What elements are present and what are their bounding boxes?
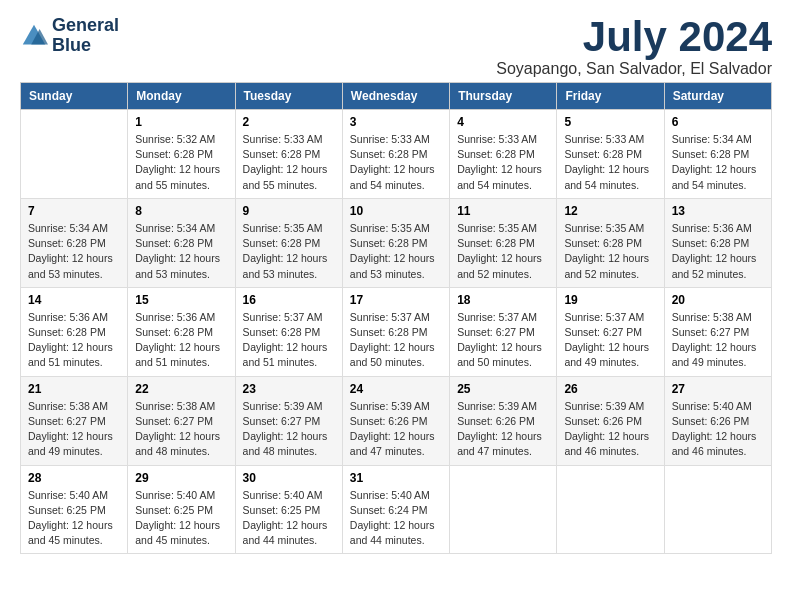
logo-icon bbox=[20, 22, 48, 50]
day-number: 23 bbox=[243, 382, 335, 396]
day-detail: Sunrise: 5:35 AM Sunset: 6:28 PM Dayligh… bbox=[457, 221, 549, 282]
day-detail: Sunrise: 5:33 AM Sunset: 6:28 PM Dayligh… bbox=[564, 132, 656, 193]
calendar-day-cell: 2Sunrise: 5:33 AM Sunset: 6:28 PM Daylig… bbox=[235, 110, 342, 199]
page-container: General Blue July 2024 Soyapango, San Sa… bbox=[0, 0, 792, 570]
calendar-day-cell: 9Sunrise: 5:35 AM Sunset: 6:28 PM Daylig… bbox=[235, 198, 342, 287]
day-number: 24 bbox=[350, 382, 442, 396]
day-number: 28 bbox=[28, 471, 120, 485]
day-detail: Sunrise: 5:39 AM Sunset: 6:27 PM Dayligh… bbox=[243, 399, 335, 460]
day-number: 4 bbox=[457, 115, 549, 129]
calendar-body: 1Sunrise: 5:32 AM Sunset: 6:28 PM Daylig… bbox=[21, 110, 772, 554]
calendar-day-cell: 3Sunrise: 5:33 AM Sunset: 6:28 PM Daylig… bbox=[342, 110, 449, 199]
day-detail: Sunrise: 5:37 AM Sunset: 6:27 PM Dayligh… bbox=[564, 310, 656, 371]
calendar-header-row: SundayMondayTuesdayWednesdayThursdayFrid… bbox=[21, 83, 772, 110]
day-detail: Sunrise: 5:33 AM Sunset: 6:28 PM Dayligh… bbox=[350, 132, 442, 193]
day-detail: Sunrise: 5:40 AM Sunset: 6:24 PM Dayligh… bbox=[350, 488, 442, 549]
weekday-header: Monday bbox=[128, 83, 235, 110]
day-detail: Sunrise: 5:33 AM Sunset: 6:28 PM Dayligh… bbox=[243, 132, 335, 193]
day-detail: Sunrise: 5:38 AM Sunset: 6:27 PM Dayligh… bbox=[135, 399, 227, 460]
day-detail: Sunrise: 5:40 AM Sunset: 6:25 PM Dayligh… bbox=[28, 488, 120, 549]
day-number: 9 bbox=[243, 204, 335, 218]
weekday-header: Saturday bbox=[664, 83, 771, 110]
day-number: 12 bbox=[564, 204, 656, 218]
day-number: 18 bbox=[457, 293, 549, 307]
day-detail: Sunrise: 5:36 AM Sunset: 6:28 PM Dayligh… bbox=[672, 221, 764, 282]
calendar-day-cell: 20Sunrise: 5:38 AM Sunset: 6:27 PM Dayli… bbox=[664, 287, 771, 376]
day-number: 19 bbox=[564, 293, 656, 307]
day-detail: Sunrise: 5:34 AM Sunset: 6:28 PM Dayligh… bbox=[135, 221, 227, 282]
day-detail: Sunrise: 5:35 AM Sunset: 6:28 PM Dayligh… bbox=[350, 221, 442, 282]
calendar-day-cell: 7Sunrise: 5:34 AM Sunset: 6:28 PM Daylig… bbox=[21, 198, 128, 287]
weekday-header: Friday bbox=[557, 83, 664, 110]
day-number: 13 bbox=[672, 204, 764, 218]
calendar-day-cell: 29Sunrise: 5:40 AM Sunset: 6:25 PM Dayli… bbox=[128, 465, 235, 554]
calendar-day-cell: 11Sunrise: 5:35 AM Sunset: 6:28 PM Dayli… bbox=[450, 198, 557, 287]
day-detail: Sunrise: 5:39 AM Sunset: 6:26 PM Dayligh… bbox=[564, 399, 656, 460]
calendar-day-cell: 25Sunrise: 5:39 AM Sunset: 6:26 PM Dayli… bbox=[450, 376, 557, 465]
day-number: 30 bbox=[243, 471, 335, 485]
calendar-day-cell: 4Sunrise: 5:33 AM Sunset: 6:28 PM Daylig… bbox=[450, 110, 557, 199]
calendar-day-cell: 5Sunrise: 5:33 AM Sunset: 6:28 PM Daylig… bbox=[557, 110, 664, 199]
calendar-day-cell bbox=[21, 110, 128, 199]
day-number: 5 bbox=[564, 115, 656, 129]
calendar-day-cell: 14Sunrise: 5:36 AM Sunset: 6:28 PM Dayli… bbox=[21, 287, 128, 376]
day-number: 29 bbox=[135, 471, 227, 485]
day-detail: Sunrise: 5:35 AM Sunset: 6:28 PM Dayligh… bbox=[243, 221, 335, 282]
day-detail: Sunrise: 5:36 AM Sunset: 6:28 PM Dayligh… bbox=[28, 310, 120, 371]
calendar-day-cell: 28Sunrise: 5:40 AM Sunset: 6:25 PM Dayli… bbox=[21, 465, 128, 554]
day-detail: Sunrise: 5:39 AM Sunset: 6:26 PM Dayligh… bbox=[350, 399, 442, 460]
calendar-day-cell bbox=[664, 465, 771, 554]
day-detail: Sunrise: 5:40 AM Sunset: 6:25 PM Dayligh… bbox=[243, 488, 335, 549]
calendar-day-cell: 15Sunrise: 5:36 AM Sunset: 6:28 PM Dayli… bbox=[128, 287, 235, 376]
calendar-day-cell bbox=[450, 465, 557, 554]
day-number: 17 bbox=[350, 293, 442, 307]
calendar-day-cell: 31Sunrise: 5:40 AM Sunset: 6:24 PM Dayli… bbox=[342, 465, 449, 554]
calendar-day-cell: 26Sunrise: 5:39 AM Sunset: 6:26 PM Dayli… bbox=[557, 376, 664, 465]
day-detail: Sunrise: 5:37 AM Sunset: 6:27 PM Dayligh… bbox=[457, 310, 549, 371]
day-number: 21 bbox=[28, 382, 120, 396]
calendar-week-row: 1Sunrise: 5:32 AM Sunset: 6:28 PM Daylig… bbox=[21, 110, 772, 199]
calendar-day-cell: 17Sunrise: 5:37 AM Sunset: 6:28 PM Dayli… bbox=[342, 287, 449, 376]
day-detail: Sunrise: 5:35 AM Sunset: 6:28 PM Dayligh… bbox=[564, 221, 656, 282]
calendar-day-cell: 1Sunrise: 5:32 AM Sunset: 6:28 PM Daylig… bbox=[128, 110, 235, 199]
day-detail: Sunrise: 5:40 AM Sunset: 6:26 PM Dayligh… bbox=[672, 399, 764, 460]
calendar-day-cell: 18Sunrise: 5:37 AM Sunset: 6:27 PM Dayli… bbox=[450, 287, 557, 376]
day-detail: Sunrise: 5:39 AM Sunset: 6:26 PM Dayligh… bbox=[457, 399, 549, 460]
day-number: 25 bbox=[457, 382, 549, 396]
day-detail: Sunrise: 5:33 AM Sunset: 6:28 PM Dayligh… bbox=[457, 132, 549, 193]
calendar-day-cell: 21Sunrise: 5:38 AM Sunset: 6:27 PM Dayli… bbox=[21, 376, 128, 465]
day-number: 2 bbox=[243, 115, 335, 129]
calendar-day-cell: 24Sunrise: 5:39 AM Sunset: 6:26 PM Dayli… bbox=[342, 376, 449, 465]
day-detail: Sunrise: 5:34 AM Sunset: 6:28 PM Dayligh… bbox=[672, 132, 764, 193]
day-number: 6 bbox=[672, 115, 764, 129]
day-number: 15 bbox=[135, 293, 227, 307]
weekday-header: Tuesday bbox=[235, 83, 342, 110]
calendar-location: Soyapango, San Salvador, El Salvador bbox=[496, 60, 772, 78]
day-number: 3 bbox=[350, 115, 442, 129]
day-detail: Sunrise: 5:40 AM Sunset: 6:25 PM Dayligh… bbox=[135, 488, 227, 549]
calendar-week-row: 21Sunrise: 5:38 AM Sunset: 6:27 PM Dayli… bbox=[21, 376, 772, 465]
day-number: 31 bbox=[350, 471, 442, 485]
day-detail: Sunrise: 5:38 AM Sunset: 6:27 PM Dayligh… bbox=[672, 310, 764, 371]
weekday-header: Sunday bbox=[21, 83, 128, 110]
day-number: 11 bbox=[457, 204, 549, 218]
day-detail: Sunrise: 5:37 AM Sunset: 6:28 PM Dayligh… bbox=[243, 310, 335, 371]
calendar-day-cell: 16Sunrise: 5:37 AM Sunset: 6:28 PM Dayli… bbox=[235, 287, 342, 376]
calendar-week-row: 28Sunrise: 5:40 AM Sunset: 6:25 PM Dayli… bbox=[21, 465, 772, 554]
calendar-week-row: 14Sunrise: 5:36 AM Sunset: 6:28 PM Dayli… bbox=[21, 287, 772, 376]
day-number: 22 bbox=[135, 382, 227, 396]
calendar-day-cell: 30Sunrise: 5:40 AM Sunset: 6:25 PM Dayli… bbox=[235, 465, 342, 554]
header: General Blue July 2024 Soyapango, San Sa… bbox=[20, 16, 772, 78]
day-number: 27 bbox=[672, 382, 764, 396]
calendar-day-cell: 8Sunrise: 5:34 AM Sunset: 6:28 PM Daylig… bbox=[128, 198, 235, 287]
calendar-day-cell: 22Sunrise: 5:38 AM Sunset: 6:27 PM Dayli… bbox=[128, 376, 235, 465]
day-number: 10 bbox=[350, 204, 442, 218]
calendar-day-cell: 10Sunrise: 5:35 AM Sunset: 6:28 PM Dayli… bbox=[342, 198, 449, 287]
day-number: 14 bbox=[28, 293, 120, 307]
day-detail: Sunrise: 5:36 AM Sunset: 6:28 PM Dayligh… bbox=[135, 310, 227, 371]
calendar-day-cell: 19Sunrise: 5:37 AM Sunset: 6:27 PM Dayli… bbox=[557, 287, 664, 376]
day-detail: Sunrise: 5:34 AM Sunset: 6:28 PM Dayligh… bbox=[28, 221, 120, 282]
calendar-day-cell: 6Sunrise: 5:34 AM Sunset: 6:28 PM Daylig… bbox=[664, 110, 771, 199]
calendar-title: July 2024 bbox=[496, 16, 772, 58]
calendar-day-cell: 12Sunrise: 5:35 AM Sunset: 6:28 PM Dayli… bbox=[557, 198, 664, 287]
